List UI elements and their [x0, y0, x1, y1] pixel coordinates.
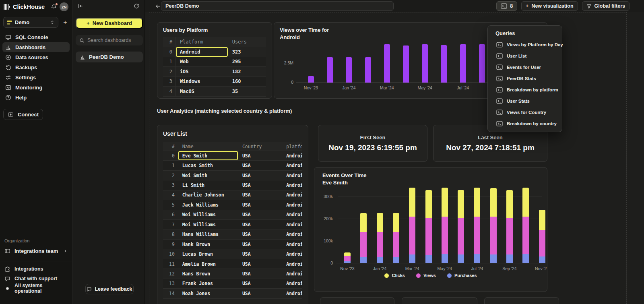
- query-item-views-by-platform-by-day[interactable]: Views by Platform by Day: [488, 39, 562, 50]
- table-cell[interactable]: 9: [163, 240, 178, 249]
- table-cell[interactable]: MacOS: [176, 87, 228, 96]
- table-cell[interactable]: Web: [176, 57, 228, 67]
- table-cell[interactable]: Android: [282, 240, 302, 249]
- new-dashboard-button[interactable]: + New Dashboard: [76, 18, 143, 29]
- dashboard-list-item[interactable]: PeerDB Demo: [76, 52, 143, 62]
- table-cell[interactable]: Hank Brown: [178, 240, 238, 249]
- sidebar-item-all-systems-operational[interactable]: All systems operational: [4, 283, 68, 293]
- stacked-bar-sep-24[interactable]: [506, 190, 513, 263]
- table-cell[interactable]: Hans Williams: [178, 230, 238, 239]
- table-cell[interactable]: Android: [282, 220, 302, 229]
- table-cell[interactable]: Android: [282, 269, 302, 278]
- table-cell[interactable]: USA: [238, 240, 282, 249]
- table-row[interactable]: 9Hank BrownUSAAndroid: [163, 240, 302, 249]
- table-cell[interactable]: Li Smith: [178, 180, 238, 190]
- column-header[interactable]: platform: [282, 142, 302, 151]
- table-cell[interactable]: 4: [163, 190, 178, 200]
- sidebar-item-integrations-team[interactable]: Integrations team: [4, 248, 68, 254]
- table-cell[interactable]: Android: [282, 200, 302, 209]
- table-cell[interactable]: Windows: [176, 77, 228, 87]
- table-cell[interactable]: Android: [282, 190, 302, 200]
- stacked-bar-nov-23[interactable]: [344, 252, 351, 263]
- search-input[interactable]: [87, 37, 152, 43]
- table-cell[interactable]: 0: [163, 47, 176, 57]
- table-cell[interactable]: Wei Smith: [178, 171, 238, 180]
- leave-feedback-button[interactable]: Leave feedback: [85, 284, 134, 294]
- new-visualization-button[interactable]: + New visualization: [521, 1, 578, 11]
- legend-item-clicks[interactable]: Clicks: [384, 273, 405, 278]
- selected-cell[interactable]: Eve Smith: [178, 151, 238, 160]
- table-cell[interactable]: 7: [163, 220, 178, 229]
- table-cell[interactable]: USA: [238, 220, 282, 229]
- table-row[interactable]: 12Hans BrownUSAAndroid: [163, 269, 302, 279]
- table-cell[interactable]: 12: [163, 269, 178, 278]
- sidebar-item-monitoring[interactable]: Monitoring: [2, 83, 70, 92]
- stacked-bar-may-24[interactable]: [442, 188, 448, 263]
- query-item-events-for-user[interactable]: Events for User: [488, 62, 562, 73]
- stacked-bar-jun-24[interactable]: [458, 190, 464, 263]
- sidebar-item-help[interactable]: Help: [2, 93, 70, 102]
- table-cell[interactable]: 11: [163, 259, 178, 269]
- sidebar-item-data-sources[interactable]: Data sources: [2, 52, 70, 62]
- table-cell[interactable]: USA: [238, 269, 282, 278]
- table-cell[interactable]: Android: [282, 249, 302, 259]
- table-cell[interactable]: Amelia Brown: [178, 259, 238, 269]
- table-row[interactable]: 14Noah JonesUSAAndroid: [163, 289, 302, 298]
- table-cell[interactable]: USA: [238, 249, 282, 259]
- table-row[interactable]: 11Amelia BrownUSAAndroid: [163, 259, 302, 269]
- clickhouse-logo[interactable]: ClickHouse: [4, 4, 45, 10]
- table-cell[interactable]: Android: [282, 171, 302, 180]
- table-row[interactable]: 0Android323: [163, 47, 266, 57]
- bar-jul-24[interactable]: [460, 44, 466, 83]
- table-cell[interactable]: 2: [163, 171, 178, 180]
- bar-feb-24[interactable]: [365, 57, 371, 83]
- bar-aug-24[interactable]: [479, 44, 485, 83]
- table-cell[interactable]: Noah Jones: [178, 289, 238, 298]
- dashboard-title-input[interactable]: [161, 1, 394, 11]
- table-cell[interactable]: USA: [238, 180, 282, 190]
- table-row[interactable]: 5Jack WilliamsUSAAndroid: [163, 200, 302, 210]
- query-item-user-list[interactable]: User List: [488, 50, 562, 62]
- stacked-bar-nov-24[interactable]: [539, 210, 545, 263]
- table-cell[interactable]: Jack Williams: [178, 200, 238, 209]
- table-cell[interactable]: USA: [238, 210, 282, 219]
- table-cell[interactable]: Android: [282, 289, 302, 298]
- sidebar-item-sql-console[interactable]: SQL Console: [2, 32, 70, 42]
- selected-cell[interactable]: Android: [176, 47, 228, 57]
- table-row[interactable]: 4Charlie JohnsonUSAAndroid: [163, 190, 302, 200]
- table-cell[interactable]: USA: [238, 190, 282, 200]
- table-cell[interactable]: 295: [228, 57, 266, 67]
- column-header[interactable]: Users: [228, 37, 266, 47]
- table-row[interactable]: 2Wei SmithUSAAndroid: [163, 171, 302, 180]
- column-header[interactable]: #: [163, 142, 178, 151]
- column-header[interactable]: Country: [238, 142, 282, 151]
- table-cell[interactable]: Android: [282, 259, 302, 269]
- table-cell[interactable]: Android: [282, 151, 302, 160]
- collapse-panel-icon[interactable]: [78, 3, 83, 9]
- table-cell[interactable]: 3: [163, 180, 178, 190]
- table-cell[interactable]: USA: [238, 200, 282, 209]
- refresh-icon[interactable]: [134, 3, 139, 9]
- table-cell[interactable]: Frank Jones: [178, 279, 238, 288]
- table-cell[interactable]: USA: [238, 171, 282, 180]
- table-cell[interactable]: Lucas Brown: [178, 249, 238, 259]
- table-cell[interactable]: USA: [238, 279, 282, 288]
- sidebar-item-settings[interactable]: Settings: [2, 72, 70, 82]
- bar-dec-23[interactable]: [327, 57, 333, 83]
- table-cell[interactable]: 4: [163, 87, 176, 96]
- table-row[interactable]: 0Eve SmithUSAAndroid: [163, 151, 302, 161]
- table-cell[interactable]: 0: [163, 151, 178, 160]
- stacked-bar-apr-24[interactable]: [425, 190, 432, 263]
- stacked-bar-oct-24[interactable]: [522, 188, 529, 263]
- avatar[interactable]: ZN: [60, 2, 68, 11]
- table-cell[interactable]: Android: [282, 210, 302, 219]
- table-row[interactable]: 8Hans WilliamsUSAAndroid: [163, 230, 302, 240]
- table-cell[interactable]: Android: [282, 279, 302, 288]
- sidebar-item-backups[interactable]: Backups: [2, 62, 70, 72]
- table-cell[interactable]: 323: [228, 47, 266, 57]
- table-row[interactable]: 1Web295: [163, 57, 266, 67]
- query-item-peerdb-stats[interactable]: PeerDB Stats: [488, 73, 562, 84]
- table-cell[interactable]: 182: [228, 67, 266, 77]
- stacked-bar-dec-23[interactable]: [360, 213, 367, 263]
- stacked-bar-aug-24[interactable]: [490, 188, 497, 263]
